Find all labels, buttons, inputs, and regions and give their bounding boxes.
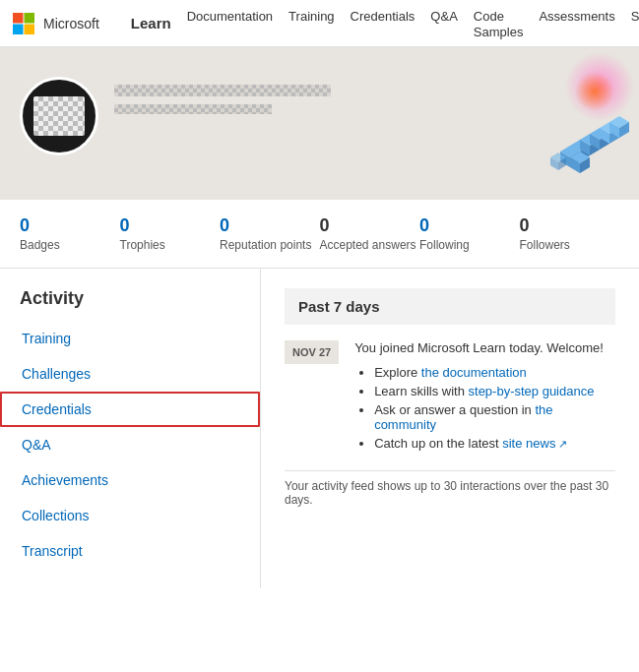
nav-links-list: Documentation Training Credentials Q&A C…	[187, 8, 639, 39]
activity-header: Past 7 days	[285, 288, 615, 325]
svg-rect-1	[25, 13, 35, 24]
nav-bar: Microsoft Learn Documentation Training C…	[0, 0, 639, 47]
stat-accepted-label: Accepted answers	[320, 238, 420, 252]
nav-item-credentials[interactable]: Credentials	[351, 8, 415, 39]
profile-header	[0, 47, 639, 200]
nav-item-training[interactable]: Training	[288, 8, 334, 39]
stat-followers-label: Followers	[520, 238, 620, 252]
nav-item-shows[interactable]: Shows	[631, 8, 639, 39]
svg-point-5	[575, 72, 614, 111]
stat-reputation: 0 Reputation points	[220, 215, 320, 252]
list-item-community-text: Ask or answer a question in	[374, 402, 535, 417]
stat-trophies: 0 Trophies	[120, 215, 221, 252]
decoration-svg	[481, 47, 639, 200]
profile-name-placeholder	[114, 85, 331, 96]
nav-item-documentation[interactable]: Documentation	[187, 8, 273, 39]
stat-followers: 0 Followers	[520, 215, 620, 252]
stat-badges-label: Badges	[20, 238, 120, 252]
activity-footer: Your activity feed shows up to 30 intera…	[285, 470, 615, 507]
stat-reputation-label: Reputation points	[220, 238, 320, 252]
brand-name: Microsoft	[43, 16, 99, 31]
sidebar: Activity Training Challenges Credentials…	[0, 269, 261, 588]
svg-rect-0	[13, 13, 24, 24]
stat-following-number: 0	[419, 215, 520, 236]
stat-reputation-number: 0	[220, 215, 320, 236]
stats-bar: 0 Badges 0 Trophies 0 Reputation points …	[0, 200, 639, 269]
svg-rect-2	[13, 24, 24, 34]
sidebar-item-collections[interactable]: Collections	[0, 498, 260, 533]
sidebar-title: Activity	[0, 288, 260, 309]
stat-following-label: Following	[419, 238, 520, 252]
list-item-guidance-text: Learn skills with	[374, 384, 468, 398]
list-item-docs-text: Explore	[374, 365, 421, 380]
activity-panel: Past 7 days NOV 27 You joined Microsoft …	[261, 269, 639, 588]
nav-logo[interactable]: Microsoft	[12, 12, 99, 35]
event-list: Explore the documentation Learn skills w…	[354, 365, 615, 451]
sidebar-item-qa[interactable]: Q&A	[0, 427, 260, 462]
stat-badges-number: 0	[20, 215, 120, 236]
guidance-link[interactable]: step-by-step guidance	[469, 384, 595, 398]
nav-item-qa[interactable]: Q&A	[430, 8, 457, 39]
event-title: You joined Microsoft Learn today. Welcom…	[354, 340, 615, 355]
profile-name-area	[114, 85, 331, 114]
sidebar-item-credentials[interactable]: Credentials	[0, 392, 260, 427]
docs-link[interactable]: the documentation	[421, 365, 527, 380]
list-item-news-text: Catch up on the latest	[374, 436, 502, 451]
activity-event: NOV 27 You joined Microsoft Learn today.…	[285, 340, 615, 455]
nav-item-assessments[interactable]: Assessments	[539, 8, 614, 39]
decoration-blocks	[481, 47, 639, 200]
svg-rect-3	[25, 24, 35, 34]
avatar	[20, 77, 98, 155]
nav-learn-label[interactable]: Learn	[131, 15, 171, 31]
sidebar-item-challenges[interactable]: Challenges	[0, 356, 260, 392]
list-item-community: Ask or answer a question in the communit…	[374, 402, 615, 432]
nav-item-code-samples[interactable]: Code Samples	[474, 8, 524, 39]
microsoft-logo-icon	[12, 12, 35, 35]
sidebar-item-training[interactable]: Training	[0, 321, 260, 356]
stat-followers-number: 0	[520, 215, 620, 236]
stat-trophies-label: Trophies	[120, 238, 221, 252]
avatar-placeholder	[33, 96, 85, 136]
stat-accepted: 0 Accepted answers	[320, 215, 420, 252]
stat-trophies-number: 0	[120, 215, 221, 236]
event-content: You joined Microsoft Learn today. Welcom…	[354, 340, 615, 455]
sidebar-item-achievements[interactable]: Achievements	[0, 462, 260, 498]
site-news-link[interactable]: site news	[502, 436, 567, 451]
profile-sub-placeholder	[114, 104, 272, 114]
list-item-news: Catch up on the latest site news	[374, 436, 615, 451]
stat-following: 0 Following	[419, 215, 520, 252]
stat-badges: 0 Badges	[20, 215, 120, 252]
sidebar-item-transcript[interactable]: Transcript	[0, 533, 260, 569]
list-item-guidance: Learn skills with step-by-step guidance	[374, 384, 615, 398]
list-item-docs: Explore the documentation	[374, 365, 615, 380]
event-date: NOV 27	[285, 340, 339, 364]
stat-accepted-number: 0	[320, 215, 420, 236]
main-content: Activity Training Challenges Credentials…	[0, 269, 639, 588]
